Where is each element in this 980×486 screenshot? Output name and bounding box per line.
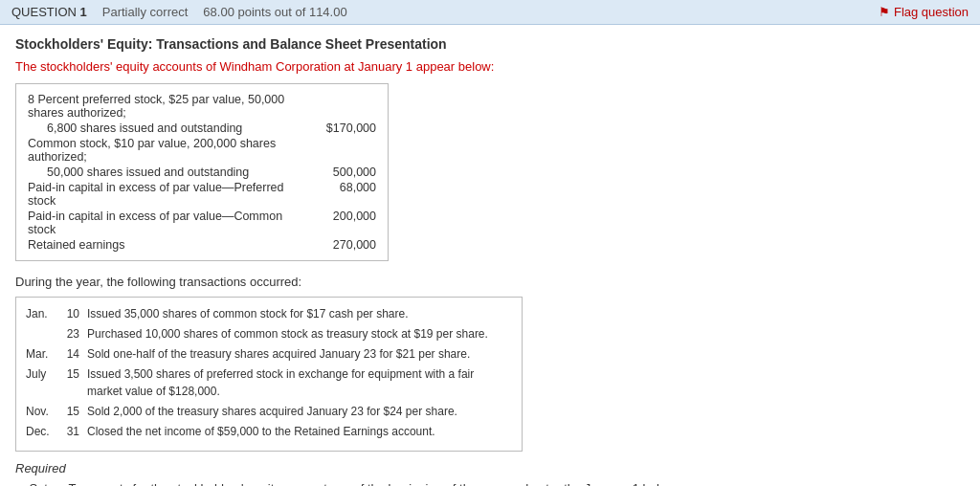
trans-month: Mar. xyxy=(26,345,56,363)
transaction-row: Jan.10Issued 35,000 shares of common sto… xyxy=(26,305,512,322)
equity-value: 68,000 xyxy=(309,181,376,208)
trans-text: Issued 35,000 shares of common stock for… xyxy=(87,305,512,322)
flag-question-button[interactable]: ⚑ Flag question xyxy=(879,5,969,19)
trans-month xyxy=(26,325,56,342)
status-badge: Partially correct xyxy=(102,5,189,19)
trans-text: Closed the net income of $59,000 to the … xyxy=(87,423,512,440)
equity-label: Paid-in capital in excess of par value—C… xyxy=(28,210,309,236)
equity-row: 50,000 shares issued and outstanding500,… xyxy=(28,165,376,180)
trans-day: 14 xyxy=(56,345,79,363)
equity-value xyxy=(309,93,376,120)
flag-icon: ⚑ xyxy=(879,5,890,19)
trans-day: 23 xyxy=(56,325,79,342)
equity-label: 6,800 shares issued and outstanding xyxy=(28,122,309,135)
top-bar: QUESTION 1 Partially correct 68.00 point… xyxy=(0,0,980,25)
trans-text: Sold one-half of the treasury shares acq… xyxy=(87,345,512,363)
transaction-row: 23Purchased 10,000 shares of common stoc… xyxy=(26,325,512,342)
transactions-intro: During the year, the following transacti… xyxy=(15,275,965,289)
equity-label: Paid-in capital in excess of par value—P… xyxy=(28,181,309,208)
equity-label: Retained earnings xyxy=(28,238,309,252)
equity-row: 6,800 shares issued and outstanding$170,… xyxy=(28,121,376,136)
equity-value: 270,000 xyxy=(309,238,376,252)
intro-text: The stockholders' equity accounts of Win… xyxy=(15,59,965,74)
transactions-box: Jan.10Issued 35,000 shares of common sto… xyxy=(15,297,523,452)
flag-label: Flag question xyxy=(894,5,969,19)
transaction-row: Mar.14Sold one-half of the treasury shar… xyxy=(26,345,512,363)
trans-month: July xyxy=(26,365,56,400)
main-content: Stockholders' Equity: Transactions and B… xyxy=(0,25,980,486)
equity-row: Paid-in capital in excess of par value—P… xyxy=(28,180,376,209)
equity-label: Common stock, $10 par value, 200,000 sha… xyxy=(28,137,309,164)
trans-day: 15 xyxy=(56,365,79,400)
section-title: Stockholders' Equity: Transactions and B… xyxy=(15,36,965,52)
equity-row: 8 Percent preferred stock, $25 par value… xyxy=(28,92,376,121)
equity-row: Common stock, $10 par value, 200,000 sha… xyxy=(28,136,376,165)
part-a-text: a. Set up T-accounts for the stockholder… xyxy=(15,481,965,486)
trans-month: Nov. xyxy=(26,403,56,420)
equity-row: Retained earnings270,000 xyxy=(28,237,376,253)
trans-day: 31 xyxy=(56,423,79,440)
equity-value: 500,000 xyxy=(309,166,376,179)
points-display: 68.00 points out of 114.00 xyxy=(203,5,346,19)
equity-label: 50,000 shares issued and outstanding xyxy=(28,166,309,179)
transaction-row: July15Issued 3,500 shares of preferred s… xyxy=(26,365,512,400)
required-label: Required xyxy=(15,461,965,475)
equity-label: 8 Percent preferred stock, $25 par value… xyxy=(28,93,309,120)
trans-text: Purchased 10,000 shares of common stock … xyxy=(87,325,512,342)
transaction-row: Dec.31Closed the net income of $59,000 t… xyxy=(26,423,512,440)
equity-value xyxy=(309,137,376,164)
trans-text: Issued 3,500 shares of preferred stock i… xyxy=(87,365,512,400)
equity-row: Paid-in capital in excess of par value—C… xyxy=(28,209,376,237)
trans-month: Jan. xyxy=(26,305,56,322)
equity-box: 8 Percent preferred stock, $25 par value… xyxy=(15,83,389,261)
equity-value: 200,000 xyxy=(309,210,376,236)
question-label: QUESTION 1 xyxy=(11,5,87,19)
trans-day: 15 xyxy=(56,403,79,420)
trans-day: 10 xyxy=(56,305,79,322)
equity-value: $170,000 xyxy=(309,122,376,135)
trans-text: Sold 2,000 of the treasury shares acquir… xyxy=(87,403,512,420)
trans-month: Dec. xyxy=(26,423,56,440)
transaction-row: Nov.15Sold 2,000 of the treasury shares … xyxy=(26,403,512,420)
